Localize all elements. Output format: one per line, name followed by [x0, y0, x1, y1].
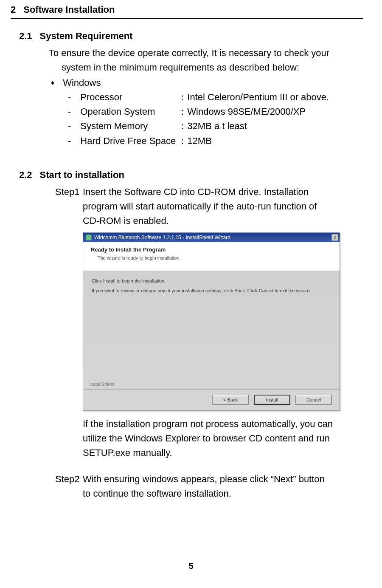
after-line1: If the installation program not process … — [83, 417, 363, 431]
req-value: ：32MB a t least — [178, 119, 247, 133]
dash-icon: - — [68, 119, 71, 133]
install-button[interactable]: Install — [254, 395, 290, 405]
wizard-body-line1: Click Install to begin the installation. — [92, 278, 331, 284]
section-title: Software Installation — [23, 4, 115, 15]
req-row-processor: - Processor ：Intel Celeron/Pentium III o… — [68, 90, 363, 105]
diamond-icon: ♦ — [51, 78, 54, 88]
wizard-header: Ready to Install the Program The wizard … — [83, 242, 340, 271]
req-label: System Memory — [80, 119, 178, 133]
subsection-heading-22: 2.2 Start to installation — [19, 170, 363, 181]
subsection-heading-21: 2.1 System Requirement — [19, 31, 363, 42]
wizard-header-title: Ready to Install the Program — [91, 246, 332, 253]
step-label: Step2 — [55, 472, 83, 486]
back-button[interactable]: < Back — [212, 395, 249, 405]
subsection-title: System Requirement — [40, 31, 133, 42]
after-line3: SETUP.exe manually. — [83, 446, 363, 460]
step2-line1: With ensuring windows appears, please cl… — [83, 472, 363, 486]
cancel-button[interactable]: Cancel — [295, 395, 332, 405]
req-label: Hard Drive Free Space — [80, 134, 178, 148]
req-label: Processor — [80, 90, 178, 105]
step1-row: Step1 Insert the Software CD into CD-ROM… — [55, 185, 363, 199]
close-icon[interactable]: x — [331, 234, 338, 241]
page-number: 5 — [0, 561, 382, 571]
wizard-body: Click Install to begin the installation.… — [83, 271, 340, 304]
wizard-app-icon — [86, 235, 92, 240]
wizard-status-label: InstallShield — [89, 382, 114, 387]
wizard-header-subtitle: The wizard is ready to begin installatio… — [98, 255, 332, 260]
wizard-screenshot: Widcomm Bluetooth Software 1.2.1.15 - In… — [83, 232, 340, 411]
intro-text-line1: To ensure the device operate correctly, … — [49, 46, 363, 60]
req-row-memory: - System Memory ：32MB a t least — [68, 119, 363, 133]
wizard-footer: < Back Install Cancel — [83, 389, 340, 410]
dash-icon: - — [68, 90, 71, 105]
req-value: ：Windows 98SE/ME/2000/XP — [178, 105, 306, 119]
section-number: 2 — [11, 4, 16, 15]
req-row-os: - Operation System ：Windows 98SE/ME/2000… — [68, 105, 363, 119]
bullet-windows: ♦ Windows — [51, 76, 363, 90]
step-label: Step1 — [55, 185, 83, 199]
intro-text-line2: system in the minimum requirements as de… — [62, 60, 363, 75]
wizard-title-text: Widcomm Bluetooth Software 1.2.1.15 - In… — [94, 235, 230, 240]
dash-icon: - — [68, 105, 71, 119]
step1-line3: CD-ROM is enabled. — [83, 214, 363, 228]
step2-row: Step2 With ensuring windows appears, ple… — [55, 472, 363, 486]
section-heading-1: 2 Software Installation — [11, 4, 363, 15]
after-line2: utilize the Windows Explorer to browser … — [83, 431, 363, 446]
step1-line2: program will start automatically if the … — [83, 199, 363, 214]
dash-icon: - — [68, 134, 71, 148]
bullet-label: Windows — [63, 76, 101, 90]
wizard-body-line2: If you want to review or change any of y… — [92, 288, 331, 294]
subsection-number: 2.2 — [19, 170, 32, 181]
subsection-title: Start to installation — [40, 170, 124, 181]
section-divider — [11, 18, 363, 19]
req-row-hdd: - Hard Drive Free Space ：12MB — [68, 134, 363, 148]
wizard-titlebar: Widcomm Bluetooth Software 1.2.1.15 - In… — [83, 233, 340, 242]
req-value: ：Intel Celeron/Pentium III or above. — [178, 90, 329, 105]
step2-line2: to continue the software installation. — [83, 486, 363, 501]
req-label: Operation System — [80, 105, 178, 119]
step1-line1: Insert the Software CD into CD-ROM drive… — [83, 185, 363, 199]
req-value: ：12MB — [178, 134, 211, 148]
subsection-number: 2.1 — [19, 31, 32, 42]
